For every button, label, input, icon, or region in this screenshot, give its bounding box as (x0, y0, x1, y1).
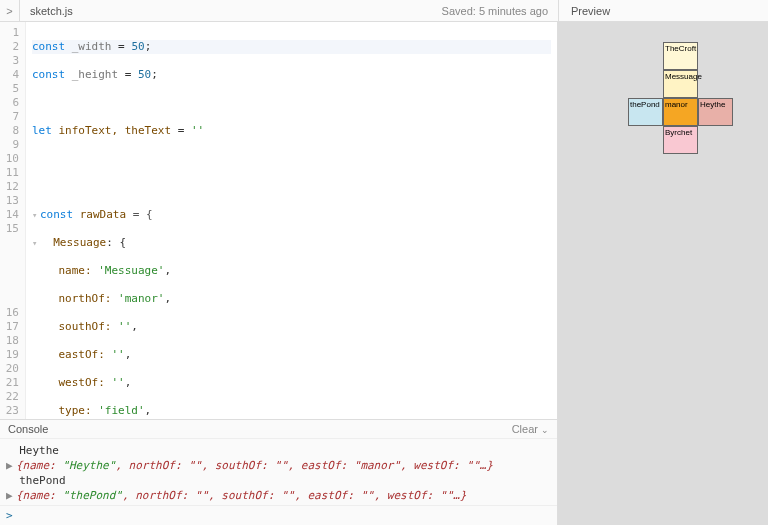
chevron-down-icon: ⌄ (541, 425, 549, 435)
preview-canvas: TheCroft Messuage thePond manor Heythe B… (558, 22, 768, 525)
files-collapse-toggle[interactable]: > (0, 0, 20, 21)
topbar: > sketch.js Saved: 5 minutes ago Preview (0, 0, 768, 22)
console-title: Console (8, 423, 48, 435)
console-output[interactable]: Heythe ▶{name: "Heythe", northOf: "", so… (0, 439, 557, 505)
code-editor[interactable]: 123456789101112131415.....16171819202122… (0, 22, 557, 419)
console-clear-button[interactable]: Clear ⌄ (512, 423, 549, 435)
console-panel: Console Clear ⌄ Heythe ▶{name: "Heythe",… (0, 419, 557, 525)
tile-messuage[interactable]: Messuage (663, 70, 698, 98)
expand-icon[interactable]: ▶ (6, 488, 16, 503)
filename-label: sketch.js (20, 5, 83, 17)
save-status: Saved: 5 minutes ago (432, 5, 558, 17)
tile-thepond[interactable]: thePond (628, 98, 663, 126)
tile-heythe[interactable]: Heythe (698, 98, 733, 126)
tile-byrchet[interactable]: Byrchet (663, 126, 698, 154)
tile-manor[interactable]: manor (663, 98, 698, 126)
code-content[interactable]: const _width = 50; const _height = 50; l… (26, 22, 557, 419)
console-input[interactable]: > (0, 505, 557, 525)
line-gutter: 123456789101112131415.....16171819202122… (0, 22, 26, 419)
preview-tab[interactable]: Preview (558, 0, 768, 21)
tile-thecroft[interactable]: TheCroft (663, 42, 698, 70)
expand-icon[interactable]: ▶ (6, 458, 16, 473)
